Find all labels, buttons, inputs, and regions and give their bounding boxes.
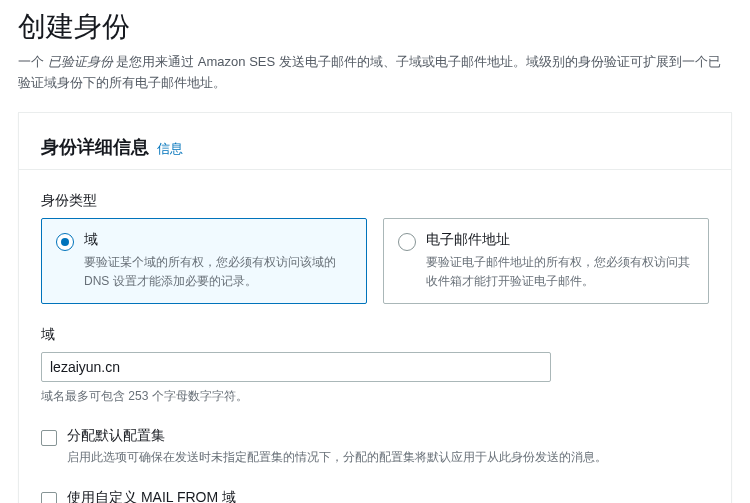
domain-field: 域 域名最多可包含 253 个字母数字字符。: [41, 326, 709, 405]
config-set-field: 分配默认配置集 启用此选项可确保在发送时未指定配置集的情况下，分配的配置集将默认…: [41, 427, 709, 467]
info-link[interactable]: 信息: [157, 140, 183, 158]
domain-label: 域: [41, 326, 709, 344]
radio-title: 域: [84, 231, 352, 249]
config-set-checkbox[interactable]: 分配默认配置集 启用此选项可确保在发送时未指定配置集的情况下，分配的配置集将默认…: [41, 427, 709, 467]
radio-icon: [398, 233, 416, 251]
identity-type-label: 身份类型: [41, 192, 709, 210]
checkbox-icon: [41, 430, 57, 446]
radio-title: 电子邮件地址: [426, 231, 694, 249]
page-description: 一个 已验证身份 是您用来通过 Amazon SES 发送电子邮件的域、子域或电…: [18, 52, 732, 94]
identity-type-field: 身份类型 域 要验证某个域的所有权，您必须有权访问该域的 DNS 设置才能添加必…: [41, 192, 709, 304]
checkbox-title: 分配默认配置集: [67, 427, 709, 445]
desc-prefix: 一个: [18, 54, 48, 69]
domain-input[interactable]: [41, 352, 551, 382]
mailfrom-checkbox[interactable]: 使用自定义 MAIL FROM 域 为从此身份发送的消息配置自定义 MAIL F…: [41, 489, 709, 503]
page-title: 创建身份: [18, 8, 732, 46]
panel-header: 身份详细信息 信息: [41, 135, 709, 159]
mailfrom-field: 使用自定义 MAIL FROM 域 为从此身份发送的消息配置自定义 MAIL F…: [41, 489, 709, 503]
domain-helper: 域名最多可包含 253 个字母数字字符。: [41, 388, 709, 405]
identity-type-email[interactable]: 电子邮件地址 要验证电子邮件地址的所有权，您必须有权访问其收件箱才能打开验证电子…: [383, 218, 709, 304]
desc-em: 已验证身份: [48, 54, 113, 69]
checkbox-icon: [41, 492, 57, 503]
checkbox-description: 启用此选项可确保在发送时未指定配置集的情况下，分配的配置集将默认应用于从此身份发…: [67, 448, 709, 467]
panel-title: 身份详细信息: [41, 135, 149, 159]
panel-divider: [19, 169, 731, 170]
radio-icon: [56, 233, 74, 251]
identity-type-domain[interactable]: 域 要验证某个域的所有权，您必须有权访问该域的 DNS 设置才能添加必要的记录。: [41, 218, 367, 304]
desc-suffix: 是您用来通过 Amazon SES 发送电子邮件的域、子域或电子邮件地址。域级别…: [18, 54, 721, 90]
checkbox-title: 使用自定义 MAIL FROM 域: [67, 489, 709, 503]
radio-description: 要验证电子邮件地址的所有权，您必须有权访问其收件箱才能打开验证电子邮件。: [426, 253, 694, 291]
identity-details-panel: 身份详细信息 信息 身份类型 域 要验证某个域的所有权，您必须有权访问该域的 D…: [18, 112, 732, 503]
radio-description: 要验证某个域的所有权，您必须有权访问该域的 DNS 设置才能添加必要的记录。: [84, 253, 352, 291]
identity-type-options: 域 要验证某个域的所有权，您必须有权访问该域的 DNS 设置才能添加必要的记录。…: [41, 218, 709, 304]
